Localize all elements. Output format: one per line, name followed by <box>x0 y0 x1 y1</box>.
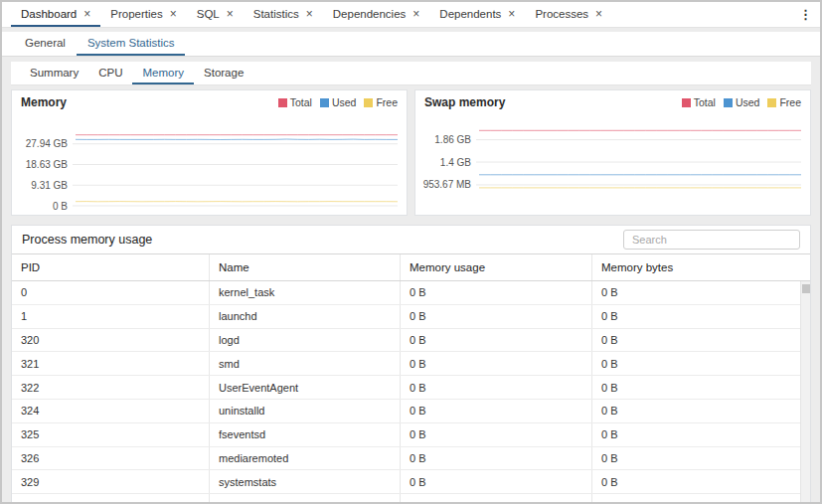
cell-name: configd <box>210 494 401 504</box>
cell-pid: 0 <box>12 281 210 304</box>
cell-memory-usage: 0 B <box>401 352 592 375</box>
process-memory-usage-panel: Process memory usage PIDNameMemory usage… <box>11 225 811 504</box>
cell-memory-usage: 0 B <box>401 305 592 328</box>
cell-memory-bytes: 0 B <box>592 494 810 504</box>
legend-swatch-icon <box>364 98 373 107</box>
tab-dependents[interactable]: Dependents× <box>429 2 525 27</box>
process-panel-title: Process memory usage <box>22 233 152 247</box>
tab-label: Processes <box>535 8 588 20</box>
tab-label: Dependencies <box>333 8 407 20</box>
legend-item-used: Used <box>320 96 357 108</box>
tab-cpu[interactable]: CPU <box>88 62 132 84</box>
cell-pid: 329 <box>12 470 210 493</box>
cell-pid: 325 <box>12 423 210 446</box>
legend-label: Total <box>694 96 716 108</box>
cell-name: UserEventAgent <box>210 376 401 399</box>
cell-memory-bytes: 0 B <box>592 352 810 375</box>
legend-label: Free <box>779 96 801 108</box>
legend-item-free: Free <box>767 96 801 108</box>
cell-name: logd <box>210 329 401 352</box>
tab-label: Dependents <box>439 8 501 20</box>
legend-swatch-icon <box>320 98 329 107</box>
process-table-body: 0kernel_task0 B0 B1launchd0 B0 B320logd0… <box>12 281 810 504</box>
search-input[interactable] <box>623 230 800 250</box>
table-row[interactable]: 322UserEventAgent0 B0 B <box>12 376 810 400</box>
dashboard-subtabbar: GeneralSystem Statistics <box>2 32 820 57</box>
table-row[interactable]: 321smd0 B0 B <box>12 352 810 376</box>
system-statistics-tabbar: SummaryCPUMemoryStorage <box>11 62 811 85</box>
legend-swatch-icon <box>682 98 691 107</box>
close-icon[interactable]: × <box>306 8 313 20</box>
cell-memory-usage: 0 B <box>401 329 592 352</box>
chart-svg: 27.94 GB18.63 GB9.31 GB0 B <box>12 114 407 215</box>
chart-svg: 1.86 GB1.4 GB953.67 MB <box>415 114 810 215</box>
close-icon[interactable]: × <box>595 8 602 20</box>
cell-memory-usage: 0 B <box>401 447 592 470</box>
tab-sql[interactable]: SQL× <box>187 2 244 27</box>
table-row[interactable]: 324uninstalld0 B0 B <box>12 400 810 423</box>
table-row[interactable]: 326mediaremoted0 B0 B <box>12 447 810 471</box>
column-header-pid[interactable]: PID <box>12 254 210 280</box>
tab-summary[interactable]: Summary <box>20 62 88 84</box>
legend-item-free: Free <box>364 96 398 108</box>
tab-system-statistics[interactable]: System Statistics <box>77 32 186 56</box>
column-header-memory-usage[interactable]: Memory usage <box>401 254 592 280</box>
scrollbar-thumb[interactable] <box>802 284 810 293</box>
swap-chart-legend: TotalUsedFree <box>682 96 801 108</box>
kebab-menu-icon[interactable]: ⋮ <box>799 7 812 22</box>
cell-name: uninstalld <box>210 400 401 422</box>
table-row[interactable]: 331configd0 B0 B <box>12 494 810 504</box>
tab-storage[interactable]: Storage <box>194 62 253 84</box>
close-icon[interactable]: × <box>227 8 234 20</box>
tab-label: Properties <box>110 8 162 20</box>
tab-label: SQL <box>197 8 220 20</box>
cell-pid: 320 <box>12 329 210 352</box>
cell-memory-bytes: 0 B <box>592 400 810 422</box>
cell-memory-usage: 0 B <box>401 470 592 493</box>
process-panel-header: Process memory usage <box>12 226 810 253</box>
tab-statistics[interactable]: Statistics× <box>244 2 323 27</box>
swap-chart-header: Swap memory TotalUsedFree <box>415 90 810 114</box>
vertical-scrollbar[interactable] <box>800 281 810 504</box>
tab-dependencies[interactable]: Dependencies× <box>323 2 430 27</box>
table-row[interactable]: 1launchd0 B0 B <box>12 305 810 329</box>
cell-pid: 324 <box>12 400 210 422</box>
table-row[interactable]: 0kernel_task0 B0 B <box>12 281 810 305</box>
cell-memory-usage: 0 B <box>401 423 592 446</box>
column-header-name[interactable]: Name <box>210 254 401 280</box>
swap-memory-chart-panel: Swap memory TotalUsedFree 1.86 GB1.4 GB9… <box>414 89 811 216</box>
cell-memory-bytes: 0 B <box>592 423 810 446</box>
cell-pid: 331 <box>12 494 210 504</box>
table-row[interactable]: 320logd0 B0 B <box>12 329 810 353</box>
svg-text:0 B: 0 B <box>53 201 68 212</box>
close-icon[interactable]: × <box>170 8 177 20</box>
cell-name: systemstats <box>210 470 401 493</box>
tab-label: Statistics <box>253 8 299 20</box>
table-row[interactable]: 325fseventsd0 B0 B <box>12 423 810 447</box>
svg-text:9.31 GB: 9.31 GB <box>31 180 68 191</box>
tab-dashboard[interactable]: Dashboard× <box>11 2 100 27</box>
legend-label: Free <box>376 96 398 108</box>
cell-name: smd <box>210 352 401 375</box>
legend-label: Used <box>736 96 760 108</box>
legend-swatch-icon <box>278 98 287 107</box>
cell-name: fseventsd <box>210 423 401 446</box>
close-icon[interactable]: × <box>83 8 90 20</box>
tab-properties[interactable]: Properties× <box>100 2 186 27</box>
cell-name: launchd <box>210 305 401 328</box>
memory-chart-title: Memory <box>21 95 67 109</box>
cell-memory-bytes: 0 B <box>592 470 810 493</box>
cell-memory-bytes: 0 B <box>592 329 810 352</box>
column-header-memory-bytes[interactable]: Memory bytes <box>592 254 810 280</box>
cell-pid: 322 <box>12 376 210 399</box>
memory-chart-legend: TotalUsedFree <box>278 96 398 108</box>
charts-row: Memory TotalUsedFree 27.94 GB18.63 GB9.3… <box>11 89 811 216</box>
tab-general[interactable]: General <box>14 32 77 56</box>
tab-processes[interactable]: Processes× <box>525 2 612 27</box>
table-row[interactable]: 329systemstats0 B0 B <box>12 470 810 494</box>
tab-memory[interactable]: Memory <box>132 62 194 84</box>
close-icon[interactable]: × <box>508 8 515 20</box>
memory-chart-canvas: 27.94 GB18.63 GB9.31 GB0 B <box>12 114 407 215</box>
close-icon[interactable]: × <box>412 8 419 20</box>
cell-pid: 321 <box>12 352 210 375</box>
